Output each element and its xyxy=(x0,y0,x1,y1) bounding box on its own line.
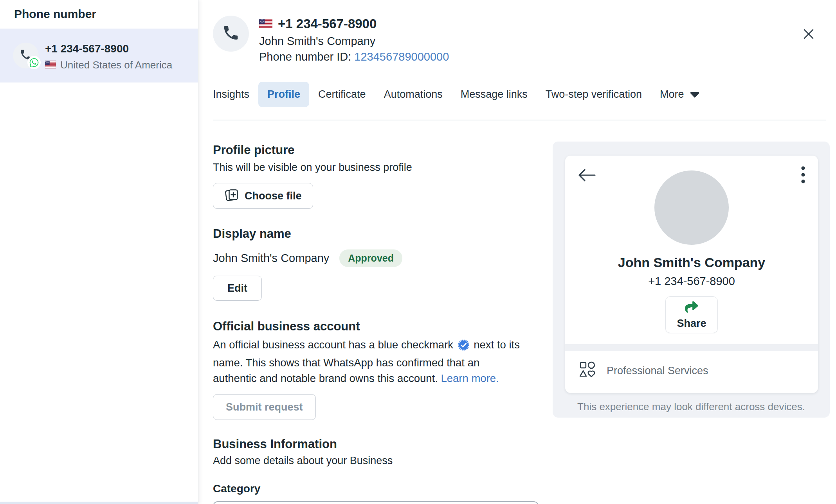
back-arrow-icon xyxy=(576,167,597,185)
category-shapes-icon xyxy=(578,361,596,381)
close-button[interactable] xyxy=(800,26,817,43)
phone-number-id-value[interactable]: 123456789000000 xyxy=(354,50,449,63)
profile-tab-content: Profile picture This will be visible on … xyxy=(213,143,553,504)
sidebar-item-phone: +1 234-567-8900 xyxy=(45,43,129,55)
tab-insights[interactable]: Insights xyxy=(204,82,258,107)
us-flag-icon xyxy=(259,16,272,31)
category-select[interactable]: Professional Services xyxy=(213,501,539,504)
profile-picture-description: This will be visible on your business pr… xyxy=(213,161,553,174)
tab-bar: Insights Profile Certificate Automations… xyxy=(204,82,709,107)
add-media-icon xyxy=(224,188,238,204)
us-flag-icon xyxy=(45,59,56,71)
phone-number-id-label: Phone number ID: xyxy=(259,50,351,63)
business-profile-preview-panel: John Smith's Company +1 234-567-8900 Sha… xyxy=(553,142,830,418)
tab-automations[interactable]: Automations xyxy=(375,82,452,107)
preview-avatar-placeholder xyxy=(654,170,729,245)
phone-avatar-large xyxy=(213,16,249,52)
display-name-value: John Smith's Company xyxy=(213,252,329,265)
sidebar-bottom-edge xyxy=(0,502,198,504)
header-company-name: John Smith's Company xyxy=(259,35,449,48)
choose-file-button[interactable]: Choose file xyxy=(213,183,313,209)
tab-divider xyxy=(213,120,826,120)
preview-company-name: John Smith's Company xyxy=(565,255,818,270)
preview-share-button: Share xyxy=(665,296,718,333)
profile-picture-heading: Profile picture xyxy=(213,143,553,157)
business-information-heading: Business Information xyxy=(213,437,553,451)
official-business-account-description: An official business account has a blue … xyxy=(213,337,544,386)
official-business-account-heading: Official business account xyxy=(213,319,553,334)
kebab-menu-icon xyxy=(801,166,805,185)
tab-more-label: More xyxy=(660,88,684,100)
submit-request-button[interactable]: Submit request xyxy=(213,394,316,420)
tab-profile[interactable]: Profile xyxy=(258,82,309,107)
tab-message-links[interactable]: Message links xyxy=(452,82,537,107)
tab-more[interactable]: More xyxy=(651,82,709,107)
chevron-down-icon xyxy=(690,88,700,100)
tab-two-step-verification[interactable]: Two-step verification xyxy=(537,82,651,107)
learn-more-link[interactable]: Learn more. xyxy=(441,372,499,384)
business-information-description: Add some details about your Business xyxy=(213,455,553,467)
phone-number-header: +1 234-567-8900 John Smith's Company Pho… xyxy=(213,16,449,63)
preview-section-divider xyxy=(565,344,818,351)
phone-icon xyxy=(222,24,240,43)
category-label: Category xyxy=(213,482,553,495)
header-phone-number: +1 234-567-8900 xyxy=(278,16,377,31)
preview-disclaimer: This experience may look different acros… xyxy=(553,401,830,413)
display-name-heading: Display name xyxy=(213,227,553,241)
close-icon xyxy=(801,26,816,43)
preview-category-value: Professional Services xyxy=(607,365,708,377)
profile-preview-card: John Smith's Company +1 234-567-8900 Sha… xyxy=(565,156,818,393)
edit-display-name-button[interactable]: Edit xyxy=(213,276,262,301)
phone-number-detail-panel: +1 234-567-8900 John Smith's Company Pho… xyxy=(198,0,836,504)
choose-file-label: Choose file xyxy=(245,190,302,202)
whatsapp-icon xyxy=(27,56,41,69)
sidebar-title: Phone number xyxy=(0,0,198,28)
preview-phone-number: +1 234-567-8900 xyxy=(565,275,818,288)
sidebar-item-country: United States of America xyxy=(60,59,172,71)
share-icon xyxy=(684,300,699,316)
phone-number-sidebar: Phone number +1 234-567-8900 xyxy=(0,0,198,504)
phone-number-list-item[interactable]: +1 234-567-8900 United States of Americ xyxy=(0,29,198,83)
tab-certificate[interactable]: Certificate xyxy=(309,82,375,107)
approved-status-badge: Approved xyxy=(339,249,402,267)
preview-share-label: Share xyxy=(677,317,706,330)
verified-badge-icon xyxy=(458,341,469,353)
